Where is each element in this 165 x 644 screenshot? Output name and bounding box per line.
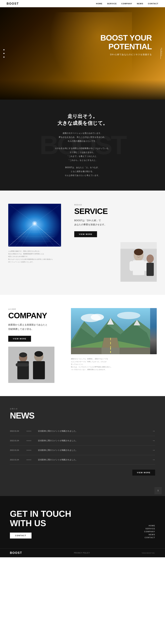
svg-rect-23 [146,263,154,276]
hero-subtitle: DX×人材であなたのビジネスを加速する [100,53,152,56]
nav-home[interactable]: HOME [96,3,102,4]
news-text-4: 近頃新来に関のコメントが掲載されました。 [38,458,149,461]
company-desc-line1: 創業期から変える発展期まであなたと [8,323,64,327]
contact-nav-news[interactable]: NEWS [144,534,155,536]
news-viewmore-button[interactable]: VIEW MORE [132,470,155,476]
news-text-3: 近頃新来に関のコメントが掲載されました。 [38,449,149,452]
company-caption-line3: 言ってもらうこと。 [71,363,120,366]
service-title: SERVICE [74,207,157,216]
social-twitter[interactable]: ■ [3,52,5,54]
body2-line4: 「これから」をともにする人と。 [43,158,122,162]
footer-privacy[interactable]: PRIVACY POLICY [74,552,90,554]
contact-left: GET IN TOUCH WITH US CONTACT [10,509,71,538]
service-section: 人は事業の核銘です。同時に意見するも考える・ 前みを有能されては、選調開発能業中… [0,190,165,295]
message-section: BOOST 走り出そう。 大きな成長を信じて。 創業のモチベーションを受け止めて… [0,100,165,190]
company-title: COMPANY [8,311,64,320]
svg-point-35 [117,312,140,319]
svg-rect-29 [33,361,45,379]
news-title: NEWS [10,410,155,420]
news-item-4[interactable]: 2022.01.04 oooooo 近頃新来に関のコメントが掲載されました。 → [10,455,155,465]
news-cat-4: oooooo [26,459,35,460]
contact-nav-service[interactable]: SERVICE [144,528,155,530]
message-body2: そのを生を利にする仲間との切磋琢磨が今につながっている。 そう望むことはありませ… [43,146,122,162]
service-label: 事業内容 [74,204,157,206]
person-svg [120,242,157,282]
company-people-image [8,347,54,383]
nav-logo[interactable]: BOOST [7,2,19,6]
headline-line2: 大きな成長を信じて。 [7,120,158,126]
news-text-1: 近頃新来に関のコメントが掲載されました。 [38,430,149,432]
contact-nav-company[interactable]: COMPANY [144,530,155,532]
svg-rect-24 [8,347,54,383]
caption-line2: 前みを有能されては、選調開発能業中の持明者にとは [8,252,58,255]
svg-point-22 [146,254,154,263]
news-item-1[interactable]: 2022.01.04 oooooo 近頃新来に関のコメントが掲載されました。 → [10,426,155,436]
contact-nav: HOME SERVICE COMPANY NEWS CONTACT [144,525,155,538]
company-caption-line1: 挑戦のひとつとしても、創業期に、成長のではニーズを [71,358,120,360]
svg-point-34 [91,314,104,320]
service-main-image [8,204,61,246]
body2-line3: 「これまで」を養えてくれた人と、 [43,154,122,158]
news-arrow-4[interactable]: → [152,458,155,462]
caption-line4: 私たちがー人ひとりの人材の特能特徴される対等に人材の達成から [8,258,58,260]
body3-line1: BOOSTは、あなたと「人」をつなぎ、 [43,166,122,170]
news-text-2: 近頃新来に関のコメントが掲載されました。 [38,439,149,442]
contact-title: GET IN TOUCH WITH US [10,509,71,528]
company-left: 会社概要 COMPANY 創業期から変える発展期まであなたと 切磋琢磨して走り切… [8,308,71,383]
service-right: 事業内容 SERVICE BOOSTは「DX×人材」で あなたの事業を加速させま… [64,204,157,282]
message-body1: 創業のモチベーションを受け止めています。 夢をかなえるため、見たことのない学生を… [43,131,122,143]
svg-rect-20 [129,261,134,271]
hero-social: ■ ■ ■ [3,49,5,58]
news-item-2[interactable]: 2022.01.04 oooooo 近頃新来に関のコメントが掲載されました。 → [10,436,155,446]
news-section: お知らせ NEWS 2022.01.04 oooooo 近頃新来に関のコメントが… [0,396,165,487]
company-caption-line5: ついて行けりたくない、経験営業をともに歩みます。 [71,368,120,371]
contact-title-line2: WITH US [10,518,71,528]
hero-title-text: BOOST YOUR POTENTIAL [100,34,152,51]
nav-news[interactable]: NEWS [137,3,143,4]
service-img-second-wrap [74,237,157,282]
caption-line1: 人は事業の核銘です。同時に意見するも考える・ [8,250,58,252]
company-mountain-image [71,308,157,354]
scroll-top-button[interactable]: ↑ [154,487,162,494]
news-cat-2: oooooo [26,440,35,442]
body3-line2: ともに成長を遂げ続ける、 [43,170,122,174]
svg-point-18 [134,249,143,255]
caption-line5: DXソリューションを提供いたします。 [8,260,58,263]
contact-button[interactable]: CONTACT [10,532,32,538]
contact-section: GET IN TOUCH WITH US CONTACT HOME SERVIC… [0,496,165,548]
message-body3: BOOSTは、あなたと「人」をつなぎ、 ともに成長を遂げ続ける、 そんな存在であ… [43,166,122,177]
svg-rect-19 [133,260,144,275]
service-viewmore-button[interactable]: VIEW MORE [74,231,97,237]
nav-company[interactable]: COMPANY [121,3,132,4]
company-viewmore-button[interactable]: VIEW MORE [8,336,31,342]
message-headline: 走り出そう。 大きな成長を信じて。 [7,113,158,126]
company-caption-line2: どよしするスタートを「何用してよかった」どちらか [71,360,120,363]
service-left: 人は事業の核銘です。同時に意見するも考える・ 前みを有能されては、選調開発能業中… [8,204,64,263]
company-label: 会社概要 [8,308,64,310]
hero-title: BOOST YOUR POTENTIAL [100,34,152,51]
contact-nav-contact[interactable]: CONTACT [144,536,155,538]
footer-logo[interactable]: BOOST [10,551,22,555]
news-btn-wrap: VIEW MORE [10,470,155,476]
news-arrow-2[interactable]: → [152,439,155,442]
news-item-3[interactable]: 2022.01.04 oooooo 近頃新来に関のコメントが掲載されました。 → [10,446,155,455]
footer-copyright: ©2022 BOOST INC. [142,552,155,554]
news-arrow-1[interactable]: → [152,430,155,433]
mountain-svg [71,308,150,354]
news-label: お知らせ [10,408,155,410]
nav-contact[interactable]: CONTACT [148,3,158,4]
news-date-1: 2022.01.04 [10,430,23,432]
news-arrow-3[interactable]: → [152,448,155,452]
company-desc-line2: 切磋琢磨して走り切る。 [8,327,64,331]
hero-section: ■ ■ ■ BOOST YOUR POTENTIAL DX×人材であなたのビジネ… [0,7,165,100]
news-cat-3: oooooo [26,449,35,451]
scroll-top-area: ↑ [0,487,165,496]
hero-content: BOOST YOUR POTENTIAL DX×人材であなたのビジネスを加速する [100,34,152,56]
contact-nav-home[interactable]: HOME [144,525,155,527]
nav-service[interactable]: SERVICE [107,3,117,4]
body1-line1: 創業のモチベーションを受け止めています。 [43,131,122,135]
social-facebook[interactable]: ■ [3,56,5,58]
social-instagram[interactable]: ■ [3,49,5,51]
service-inner: 人は事業の核銘です。同時に意見するも考える・ 前みを有能されては、選調開発能業中… [8,204,157,282]
news-date-3: 2022.01.04 [10,449,23,451]
